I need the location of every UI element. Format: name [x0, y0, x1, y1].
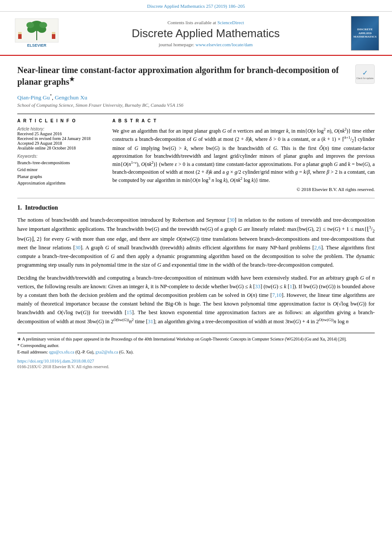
section-divider	[17, 198, 375, 198]
affiliation: School of Computing Science, Simon Frase…	[17, 102, 375, 108]
svg-point-5	[26, 22, 34, 28]
doi-link[interactable]: https://doi.org/10.1016/j.dam.2018.08.02…	[17, 359, 94, 363]
issn-line: 0166-218X/© 2018 Elsevier B.V. All right…	[17, 364, 375, 369]
footnote-star-symbol: ★	[17, 337, 22, 341]
abstract-label: A B S T R A C T	[112, 118, 375, 123]
main-content: ✓ Check for updates Near-linear time con…	[0, 56, 392, 378]
elsevier-logo: ELSEVIER	[13, 16, 61, 51]
contents-available-line: Contents lists available at ScienceDirec…	[65, 20, 347, 25]
svg-rect-7	[18, 34, 22, 39]
intro-paragraph-1: The notions of branchwidth and branch-de…	[17, 216, 375, 269]
footnote-star: ★ A preliminary version of this paper ap…	[17, 336, 375, 342]
svg-point-6	[39, 22, 47, 28]
intro-paragraph-2: Deciding the branchwidth/treewidth and c…	[17, 274, 375, 326]
journal-center-info: Contents lists available at ScienceDirec…	[65, 20, 347, 47]
keywords-label: Keywords:	[17, 154, 104, 159]
email-link-2[interactable]: gxa2@sfu.ca	[96, 350, 118, 354]
section-title: Introduction	[25, 204, 58, 211]
top-bar: Discrete Applied Mathematics 257 (2019) …	[0, 0, 392, 12]
svg-text:ELSEVIER: ELSEVIER	[27, 43, 47, 48]
footnote-emails: E-mail addresses: qgu@cs.sfu.ca (Q.-P. G…	[17, 349, 375, 355]
introduction-heading: 1. Introduction	[17, 204, 375, 211]
svg-rect-8	[18, 32, 22, 34]
journal-thumbnail: DISCRETE APPLIED MATHEMATICS	[351, 16, 379, 51]
online-date: Available online 28 October 2018	[17, 146, 104, 150]
copyright-line: © 2018 Elsevier B.V. All rights reserved…	[112, 187, 375, 192]
footnote-corresponding: * Corresponding author.	[17, 342, 375, 349]
abstract-text: We give an algorithm that for an input p…	[112, 127, 375, 184]
homepage-link[interactable]: www.elsevier.com/locate/dam	[195, 42, 252, 47]
author-qianping[interactable]: Qian-Ping Gu	[17, 94, 50, 100]
keyword-3: Planar graphs	[17, 173, 104, 180]
authors-line: Qian-Ping Gu*, Gengchun Xu	[17, 93, 375, 101]
journal-homepage: journal homepage: www.elsevier.com/locat…	[65, 42, 347, 47]
svg-rect-10	[52, 32, 55, 34]
svg-rect-9	[52, 34, 55, 39]
article-columns: A R T I C L E I N F O Article history: R…	[17, 114, 375, 191]
journal-doi-link[interactable]: Discrete Applied Mathematics 257 (2019) …	[147, 3, 245, 9]
journal-header: ELSEVIER Contents lists available at Sci…	[0, 12, 392, 56]
title-star: ★	[69, 76, 75, 83]
doi-line: https://doi.org/10.1016/j.dam.2018.08.02…	[17, 359, 375, 363]
section-number: 1.	[17, 204, 22, 211]
keyword-2: Grid minor	[17, 166, 104, 173]
keyword-4: Approximation algorithms	[17, 180, 104, 187]
received-date: Received 25 August 2016	[17, 131, 104, 136]
paper-title: Near-linear time constant-factor approxi…	[17, 64, 375, 87]
history-group: Article history: Received 25 August 2016…	[17, 127, 104, 150]
keywords-group: Keywords: Branch-/tree-decompositions Gr…	[17, 154, 104, 187]
email-link-1[interactable]: qgu@cs.sfu.ca	[49, 350, 74, 354]
journal-title: Discrete Applied Mathematics	[65, 27, 347, 40]
sciencedirect-link[interactable]: ScienceDirect	[217, 20, 244, 25]
check-for-updates-badge: ✓ Check for updates	[355, 64, 375, 84]
revised-date: Received in revised form 24 January 2018	[17, 136, 104, 141]
article-info-section: A R T I C L E I N F O Article history: R…	[17, 118, 104, 191]
abstract-section: A B S T R A C T We give an algorithm tha…	[112, 118, 375, 191]
accepted-date: Accepted 29 August 2018	[17, 141, 104, 146]
keyword-1: Branch-/tree-decompositions	[17, 159, 104, 166]
author-gengchun[interactable]: Gengchun Xu	[55, 94, 87, 100]
history-label: Article history:	[17, 127, 104, 131]
footnote-section: ★ A preliminary version of this paper ap…	[17, 333, 375, 355]
article-info-label: A R T I C L E I N F O	[17, 118, 104, 123]
